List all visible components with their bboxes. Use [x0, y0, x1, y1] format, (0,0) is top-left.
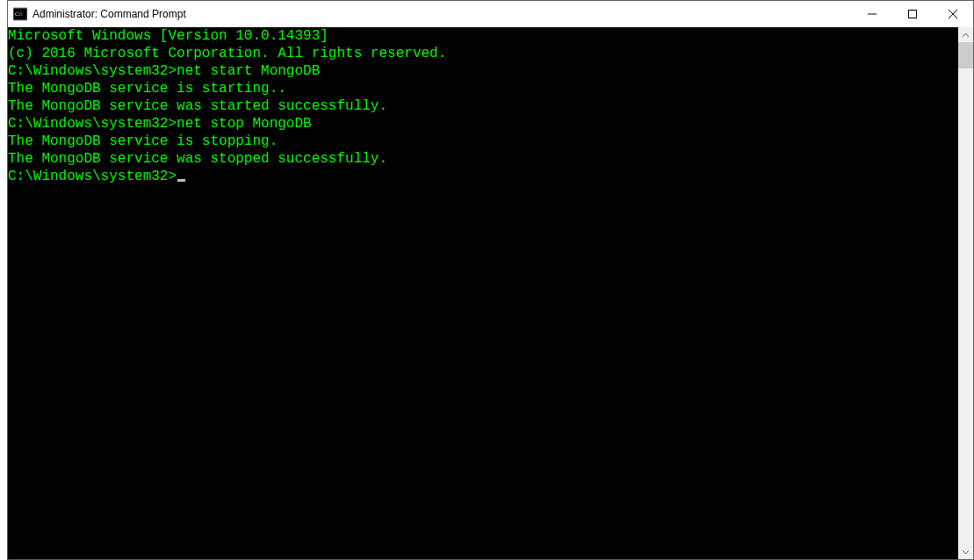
- title-bar[interactable]: C:\ Administrator: Command Prompt: [8, 1, 973, 27]
- terminal-line: Microsoft Windows [Version 10.0.14393]: [8, 27, 958, 45]
- terminal-line: C:\Windows\system32>net start MongoDB: [8, 62, 958, 80]
- terminal-line: The MongoDB service is stopping.: [8, 133, 958, 150]
- scrollbar-track[interactable]: [958, 42, 973, 544]
- terminal-line: The MongoDB service was stopped successf…: [8, 150, 958, 168]
- scrollbar-thumb[interactable]: [958, 42, 973, 68]
- maximize-button[interactable]: [892, 1, 933, 27]
- svg-rect-3: [909, 11, 917, 18]
- cmd-icon: C:\: [13, 7, 27, 21]
- client-area: Microsoft Windows [Version 10.0.14393](c…: [8, 27, 973, 559]
- vertical-scrollbar[interactable]: [958, 27, 973, 559]
- minimize-button[interactable]: [852, 1, 892, 27]
- window-controls: [852, 1, 973, 27]
- terminal-line: (c) 2016 Microsoft Corporation. All righ…: [8, 45, 958, 62]
- terminal-line: C:\Windows\system32>net stop MongoDB: [8, 115, 958, 133]
- cursor: [177, 179, 185, 182]
- command-prompt-window: C:\ Administrator: Command Prompt Micros…: [7, 0, 974, 560]
- terminal-line: The MongoDB service is starting..: [8, 80, 958, 97]
- terminal-line: C:\Windows\system32>: [8, 168, 958, 185]
- scroll-down-arrow-icon[interactable]: [958, 544, 973, 559]
- terminal-output[interactable]: Microsoft Windows [Version 10.0.14393](c…: [8, 27, 958, 559]
- window-title: Administrator: Command Prompt: [32, 8, 186, 20]
- terminal-line: The MongoDB service was started successf…: [8, 97, 958, 115]
- close-button[interactable]: [933, 1, 973, 27]
- svg-text:C:\: C:\: [15, 11, 23, 18]
- scroll-up-arrow-icon[interactable]: [958, 27, 973, 42]
